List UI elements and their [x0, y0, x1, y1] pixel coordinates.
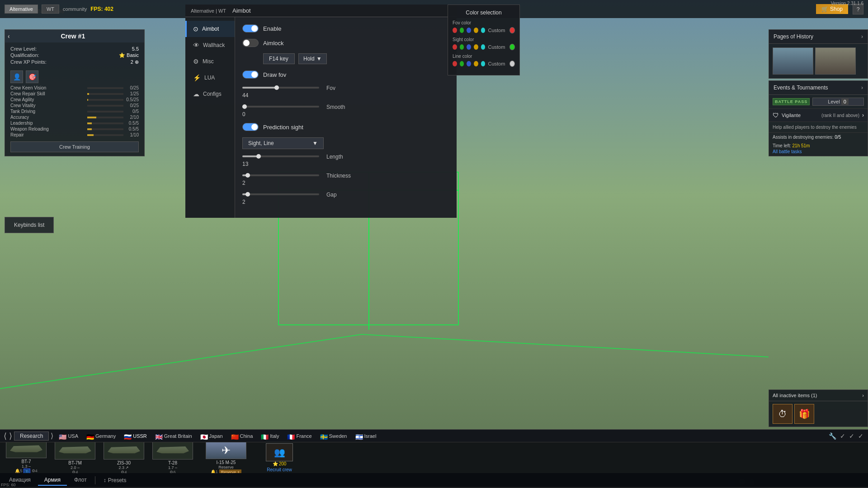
research-tools: 🔧 ✓ ✓ ✓: [828, 432, 864, 441]
thickness-slider[interactable]: [242, 174, 319, 176]
vigilante-icon: 🛡: [773, 112, 779, 119]
line-color-yellow[interactable]: [474, 61, 478, 66]
tab-alternative[interactable]: Alternative: [5, 5, 38, 14]
nation-flag-italy[interactable]: 🇮🇹Italy: [257, 432, 283, 440]
draw-fov-label: Draw fov: [263, 71, 286, 78]
pages-history-box: Pages of History ›: [769, 29, 868, 79]
nation-flag-ussr[interactable]: 🇷🇺USSR: [120, 432, 151, 440]
keybinds-button[interactable]: Keybinds list: [5, 217, 54, 233]
pages-history-header[interactable]: Pages of History ›: [769, 30, 868, 44]
vigilante-rank: (rank II and above): [821, 113, 859, 118]
inactive-item-1[interactable]: ⏱: [773, 404, 793, 424]
nation-flag-china[interactable]: 🇨🇳China: [227, 432, 257, 440]
crew-collapse[interactable]: ‹: [8, 33, 10, 40]
skill-row: Crew Keen Vision 0/25: [5, 85, 144, 91]
sight-custom-button[interactable]: Custom: [488, 44, 505, 50]
prediction-toggle[interactable]: [242, 123, 259, 131]
nation-flag-usa[interactable]: 🇺🇸USA: [55, 432, 82, 440]
fov-custom-button[interactable]: Custom: [488, 28, 505, 33]
tool-check1[interactable]: ✓: [839, 432, 846, 441]
level-num: 0: [841, 99, 849, 105]
tool-wrench[interactable]: 🔧: [828, 432, 837, 441]
pages-thumb-1[interactable]: [773, 47, 813, 75]
vehicle-bt7[interactable]: BT-7 1.3 – 🔔5 Ti ⚙4: [4, 442, 49, 473]
smooth-slider[interactable]: [242, 106, 319, 108]
pages-thumb-2[interactable]: [815, 47, 856, 75]
vehicle-i15-name: I-15 M-25: [217, 460, 236, 465]
nation-flag-france[interactable]: 🇫🇷France: [283, 432, 315, 440]
fov-slider[interactable]: [242, 87, 319, 89]
fov-color-red[interactable]: [453, 28, 457, 33]
vehicle-zis30[interactable]: ZIS-30 2.3 ↗ ⚙4: [101, 442, 146, 473]
pages-history-chevron: ›: [861, 33, 863, 40]
research-label[interactable]: Research: [14, 432, 49, 441]
vehicle-bt7m[interactable]: BT-7M 2.0 – ⚙4: [52, 442, 98, 473]
cheat-sidebar-item-configs[interactable]: ☁Configs: [185, 86, 235, 102]
skill-row: Weapon Reloading 0.5/5: [5, 126, 144, 132]
cheat-sidebar-item-aimbot[interactable]: ⊙Aimbot: [185, 21, 235, 37]
line-custom-color[interactable]: [509, 61, 515, 67]
sight-custom-color[interactable]: [509, 44, 515, 50]
tab-armiya[interactable]: Армия: [38, 475, 67, 486]
sight-color-cyan[interactable]: [481, 44, 486, 50]
sight-color-yellow[interactable]: [474, 44, 478, 50]
line-color-blue[interactable]: [467, 61, 471, 66]
line-custom-button[interactable]: Custom: [488, 61, 505, 66]
enable-toggle[interactable]: [242, 24, 259, 33]
community-link[interactable]: community: [63, 6, 87, 12]
tab-flot[interactable]: Флот: [68, 475, 93, 486]
crew-training-button[interactable]: Crew Training: [10, 141, 139, 152]
fov-custom-color[interactable]: [509, 27, 515, 33]
cheat-tab-label: Alternative | WT: [191, 8, 226, 14]
fps-bottom-counter: FPS: 60: [1, 483, 16, 487]
thickness-value: 2: [242, 180, 449, 186]
gap-slider[interactable]: [242, 193, 319, 195]
key-box[interactable]: F14 key: [263, 53, 295, 64]
sight-dropdown[interactable]: Sight, Line ▼: [242, 137, 324, 149]
recruit-thumb: 👥: [266, 443, 293, 461]
line-color-red[interactable]: [453, 61, 457, 66]
tool-check2[interactable]: ✓: [848, 432, 855, 441]
length-slider[interactable]: [242, 155, 319, 157]
inactive-header[interactable]: All inactive items (1) ›: [769, 390, 868, 401]
cheat-sidebar-item-wallhack[interactable]: 👁Wallhack: [185, 37, 235, 53]
research-expand[interactable]: ⟨ ⟩: [4, 431, 12, 441]
tab-wt[interactable]: WT: [42, 5, 59, 14]
nation-flag-israel[interactable]: 🇮🇱Israel: [352, 432, 380, 440]
fov-slider-group: Fov 44: [242, 85, 449, 99]
vigilante-row[interactable]: 🛡 Vigilante (rank II and above) ›: [769, 109, 868, 122]
fov-color-label: Fov color: [453, 20, 515, 25]
nation-flag-sweden[interactable]: 🇸🇪Sweden: [316, 432, 351, 440]
draw-fov-row: Draw fov: [242, 70, 449, 79]
recruit-crew[interactable]: 👥 ⭐ 200 Recruit crew: [257, 443, 302, 472]
sight-color-green[interactable]: [460, 44, 464, 50]
vehicle-i15[interactable]: ✈ I-15 M-25 Reserve 🔔1 Reserve +: [199, 442, 253, 473]
draw-fov-toggle[interactable]: [242, 70, 259, 79]
research-collapse[interactable]: ⟩: [51, 432, 53, 440]
hold-dropdown[interactable]: Hold ▼: [298, 53, 327, 64]
cheat-sidebar-item-misc[interactable]: ⚙Misc: [185, 53, 235, 70]
line-color-cyan[interactable]: [481, 61, 486, 66]
cheat-sidebar-item-lua[interactable]: ⚡LUA: [185, 70, 235, 86]
tool-check3[interactable]: ✓: [857, 432, 864, 441]
nation-flag-japan[interactable]: 🇯🇵Japan: [197, 432, 226, 440]
fov-color-green[interactable]: [460, 28, 464, 33]
sight-color-blue[interactable]: [467, 44, 471, 50]
fov-color-yellow[interactable]: [474, 28, 478, 33]
inactive-item-2[interactable]: 🎁: [794, 404, 814, 424]
sight-color-red[interactable]: [453, 44, 457, 50]
events-box: Events & Tournaments › BATTLE PASS Level…: [769, 80, 868, 156]
nation-flag-great britain[interactable]: 🇬🇧Great Britain: [151, 432, 196, 440]
crew-icon-2: 🎯: [26, 70, 38, 83]
fov-color-cyan[interactable]: [481, 28, 486, 33]
line-color-green[interactable]: [460, 61, 464, 66]
all-tasks-link[interactable]: All battle tasks: [773, 149, 864, 154]
fov-color-blue[interactable]: [467, 28, 471, 33]
events-header[interactable]: Events & Tournaments ›: [769, 81, 868, 95]
recruit-crew-btn[interactable]: Recruit crew: [267, 467, 292, 472]
tab-presets[interactable]: ↕ Presets: [97, 475, 133, 485]
vehicle-t28[interactable]: T-28 1.7 – ⚙6: [150, 442, 195, 473]
aimlock-toggle[interactable]: [242, 39, 259, 47]
cheat-sidebar-icon: 👁: [193, 42, 199, 49]
nation-flag-germany[interactable]: 🇩🇪Germany: [83, 432, 119, 440]
